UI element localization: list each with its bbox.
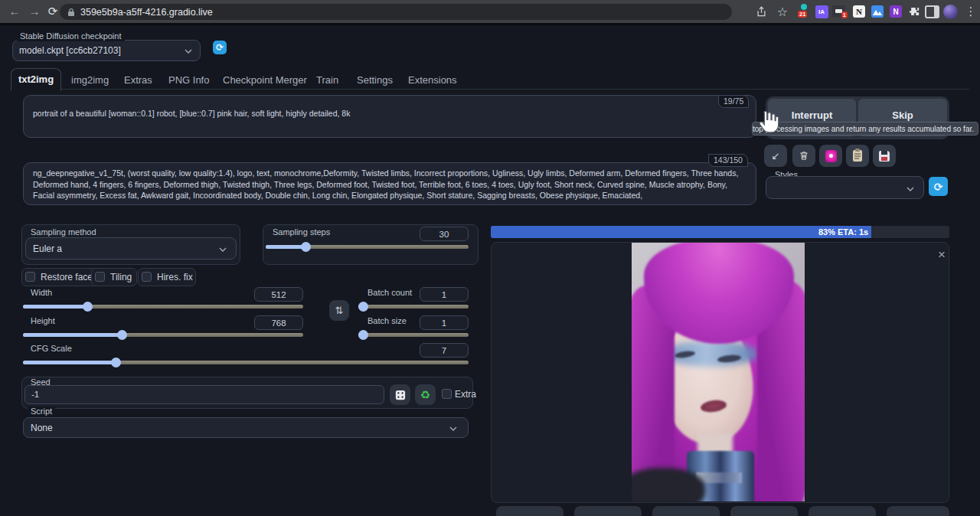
prompt-input[interactable]: portrait of a beautiful [woman::0.1] rob… [23,95,756,138]
bookmark-star-icon[interactable]: ☆ [775,4,790,19]
height-slider[interactable] [23,333,303,337]
batch-count-value[interactable]: 1 [420,287,469,302]
seed-extra-label: Extra [455,389,476,400]
negative-prompt-input[interactable]: ng_deepnegative_v1_75t, (worst quality, … [23,162,756,205]
styles-refresh-button[interactable]: ⟳ [929,177,948,196]
slider-knob[interactable] [358,330,368,340]
checkpoint-dropdown[interactable]: model.ckpt [cc6cb27103] [12,40,201,61]
extension-image-icon[interactable] [870,4,885,19]
tab-train[interactable]: Train [316,73,338,87]
gallery-action-button[interactable] [652,506,720,516]
swap-dimensions-button[interactable]: ⇅ [329,300,349,321]
copy-style-button[interactable] [846,145,869,167]
cfg-scale-slider[interactable] [23,361,469,364]
chevron-down-icon [449,426,457,431]
skip-label: Skip [892,109,913,121]
tab-txt2img[interactable]: txt2img [11,68,61,91]
height-value[interactable]: 768 [254,315,303,330]
clear-prompt-button[interactable] [792,145,815,167]
arrow-down-left-icon: ↙ [772,150,780,162]
lock-icon [67,8,75,17]
reuse-seed-button[interactable]: ♻ [415,384,436,405]
cursor-pointer-icon [755,107,782,139]
gallery-action-button[interactable] [808,506,876,516]
save-style-button[interactable] [873,145,896,167]
batch-size-slider[interactable] [358,333,469,337]
extension-pin-icon[interactable]: 21 [796,4,812,19]
styles-dropdown[interactable] [766,176,924,199]
tab-extensions[interactable]: Extensions [408,73,457,87]
address-bar[interactable]: 359e5b9a-a5ff-4216.gradio.live [60,4,732,20]
extension-notion-icon[interactable]: N [851,4,867,19]
menu-kebab-icon[interactable]: ⋮ [963,4,978,19]
slider-knob[interactable] [117,330,127,340]
hires-fix-label: Hires. fix [157,272,193,282]
puzzle-glyph [909,6,920,18]
clipboard-line1 [854,153,861,155]
slider-knob[interactable] [111,358,121,367]
extensions-puzzle-icon[interactable] [906,4,922,19]
seed-input[interactable]: -1 [24,385,384,404]
sidebar-panel-icon[interactable] [924,4,939,19]
trash-icon [799,150,809,162]
tab-img2img[interactable]: img2img [71,73,109,87]
image-glyph [871,5,884,18]
sampling-steps-slider[interactable] [266,245,469,249]
slider-knob[interactable] [358,302,368,312]
reload-icon[interactable]: ⟳ [44,3,61,20]
sampling-method-label: Sampling method [28,227,100,237]
checkpoint-refresh-button[interactable]: ⟳ [213,41,227,54]
generated-image-preview[interactable] [632,243,805,501]
slider-knob[interactable] [301,242,311,252]
batch-count-slider[interactable] [358,305,469,309]
clipboard-line3 [854,158,859,159]
gallery-action-button[interactable] [887,506,949,516]
share-icon[interactable] [753,4,769,19]
chevron-down-icon [185,49,192,54]
hires-fix-checkbox[interactable] [142,272,152,282]
forward-icon[interactable]: → [26,3,43,20]
progress-bar: 83% ETA: 1s [491,226,949,238]
random-seed-button[interactable] [390,384,410,405]
seed-extra-checkbox[interactable] [442,389,452,399]
close-icon[interactable]: × [935,248,949,262]
ia-glyph: IA [815,5,828,18]
height-label: Height [28,316,58,326]
style-apply-button[interactable] [819,145,842,167]
restore-faces-checkbox[interactable] [25,272,35,282]
slider-knob[interactable] [83,302,93,312]
width-slider[interactable] [23,305,303,309]
gallery-action-button[interactable] [574,506,642,516]
window-edge [0,23,980,25]
width-value[interactable]: 512 [254,287,303,302]
batch-size-number: 1 [442,318,446,328]
chevron-down-icon [906,187,914,191]
avatar[interactable] [942,4,958,19]
gallery-action-button[interactable] [496,506,564,516]
tab-extras[interactable]: Extras [124,73,152,87]
script-dropdown[interactable]: None [23,417,469,438]
sampling-method-dropdown[interactable]: Euler a [25,237,237,260]
back-icon[interactable]: ← [6,3,23,20]
tab-settings[interactable]: Settings [357,73,393,87]
paste-params-button[interactable]: ↙ [764,145,787,167]
sampling-steps-value[interactable]: 30 [420,227,469,241]
tab-png-info[interactable]: PNG Info [168,73,209,87]
sidebar-glyph [925,5,939,18]
tab-checkpoint-merger[interactable]: Checkpoint Merger [223,73,307,87]
gallery-action-button[interactable] [730,506,798,516]
slider-fill [23,305,88,309]
batch-size-value[interactable]: 1 [420,315,469,330]
interrupt-tooltip: Stop processing images and return any re… [752,122,978,136]
tab-underline [11,89,969,90]
tiling-checkbox[interactable] [95,272,105,282]
width-number: 512 [271,290,286,299]
extension-capture-icon[interactable]: 1 [831,4,847,19]
onenote-glyph: N [890,5,902,18]
extension-ia-icon[interactable]: IA [814,4,829,19]
extension-onenote-icon[interactable]: N [888,4,903,19]
cfg-scale-label: CFG Scale [28,344,75,354]
sampling-method-value: Euler a [33,243,62,254]
cfg-scale-value[interactable]: 7 [420,343,469,358]
slider-fill [23,333,122,337]
